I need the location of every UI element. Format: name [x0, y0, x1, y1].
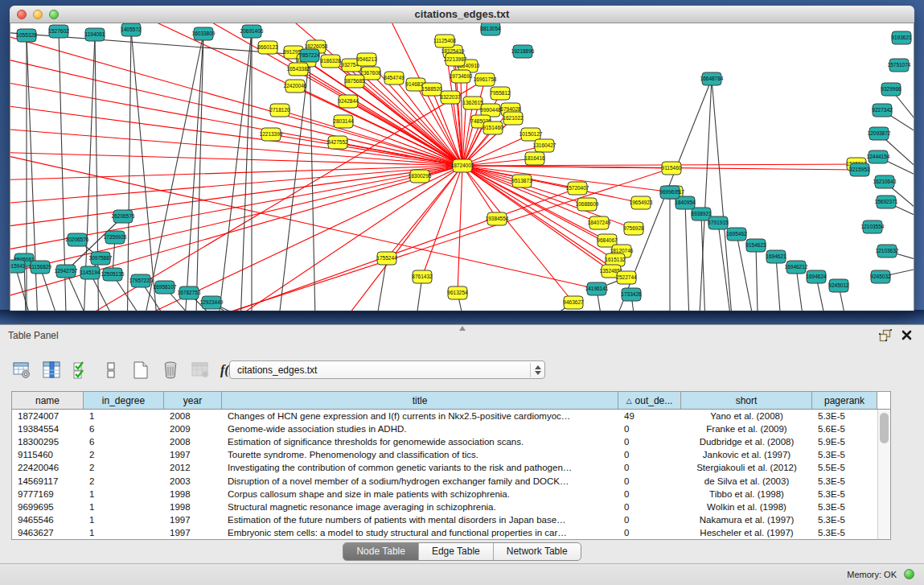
column-header-short[interactable]: short	[681, 392, 812, 409]
table-row[interactable]: 2242004622012Investigating the contribut…	[12, 461, 890, 474]
network-node[interactable]: 1694624	[806, 270, 827, 283]
cell-year[interactable]: 1997	[164, 528, 222, 538]
selected-node[interactable]: 9513873	[511, 175, 532, 187]
cell-in_degree[interactable]: 1	[84, 489, 164, 499]
edge[interactable]	[139, 34, 203, 311]
cell-name[interactable]: 9699695	[12, 502, 84, 512]
clear-row-selection-icon[interactable]	[101, 360, 121, 381]
table-row[interactable]: 946554611997Estimation of the future num…	[12, 513, 890, 526]
cell-short[interactable]: Franke et al. (2009)	[681, 424, 812, 434]
network-node[interactable]: 1694621	[766, 250, 786, 263]
selected-edge[interactable]	[139, 188, 577, 311]
selected-node[interactable]: 19384554	[486, 212, 509, 225]
cell-name[interactable]: 18724007	[12, 411, 84, 421]
network-node[interactable]: 19218896	[511, 45, 535, 58]
network-node[interactable]: 12103632	[876, 245, 899, 257]
table-select-dropdown[interactable]: citations_edges.txt	[229, 360, 545, 379]
table-row[interactable]: 1456911722003Disruption of a novel membe…	[12, 474, 890, 487]
delete-table-icon[interactable]	[190, 360, 211, 381]
network-node[interactable]: 1527602	[48, 25, 69, 38]
cell-in_degree[interactable]: 1	[84, 528, 164, 538]
table-row[interactable]: 1938455462009Genome-wide association stu…	[12, 422, 890, 435]
cell-short[interactable]: Tibbo et al. (1998)	[681, 489, 812, 499]
cell-out_degree[interactable]: 0	[618, 528, 681, 538]
select-column-icon[interactable]	[41, 360, 62, 381]
cell-out_degree[interactable]: 49	[618, 411, 681, 421]
cell-year[interactable]: 1998	[164, 489, 222, 499]
column-header-title[interactable]: title	[222, 392, 618, 409]
selected-edge[interactable]	[462, 166, 615, 260]
minimize-window-button[interactable]	[33, 10, 43, 19]
cell-year[interactable]: 1997	[164, 515, 222, 525]
edge[interactable]	[127, 30, 131, 311]
cell-pagerank[interactable]: 5.3E-5	[812, 528, 877, 538]
cell-pagerank[interactable]: 5.3E-5	[812, 489, 877, 499]
network-node[interactable]: 17359928	[104, 231, 127, 244]
edge[interactable]	[891, 89, 914, 144]
float-window-icon[interactable]	[879, 329, 892, 342]
selected-node[interactable]: 7955812	[490, 87, 511, 100]
network-node[interactable]: 9193621	[891, 31, 912, 44]
cell-name[interactable]: 22420046	[12, 463, 84, 472]
cell-pagerank[interactable]: 5.6E-5	[812, 424, 877, 434]
network-node[interactable]: 6791915	[708, 216, 729, 229]
network-node[interactable]: 12923449	[200, 296, 224, 309]
cell-short[interactable]: de Silva et al. (2003)	[681, 476, 812, 486]
selected-node[interactable]: 3875685	[344, 75, 365, 88]
network-node[interactable]: 3915941	[10, 260, 26, 273]
table-settings-icon[interactable]	[11, 360, 32, 381]
edge[interactable]	[685, 203, 690, 311]
network-node[interactable]: 1405572	[121, 23, 142, 36]
cell-title[interactable]: Tourette syndrome. Phenomenology and cla…	[222, 450, 618, 459]
network-node[interactable]: 1194061	[85, 28, 105, 41]
network-node[interactable]: 1145194	[80, 266, 101, 279]
cell-out_degree[interactable]: 0	[618, 489, 681, 499]
cell-in_degree[interactable]: 2	[84, 450, 164, 459]
network-node[interactable]: 9245032	[870, 270, 891, 283]
selected-node[interactable]: 9151460	[483, 122, 503, 134]
network-node[interactable]: 11156829	[29, 261, 51, 274]
selected-node[interactable]: 22420046	[284, 80, 307, 93]
network-node[interactable]: 12505135	[101, 268, 125, 281]
network-node[interactable]: 16210643	[873, 175, 897, 188]
network-node[interactable]: 16648784	[700, 72, 724, 85]
selected-edge[interactable]	[462, 164, 856, 166]
network-node[interactable]: 8813054	[480, 23, 501, 35]
cell-title[interactable]: Corpus callosum shape and size in male p…	[222, 489, 618, 499]
selected-node[interactable]: 13160427	[533, 139, 556, 152]
selected-node[interactable]: 1588520	[421, 83, 442, 96]
network-node[interactable]: 15692371	[875, 196, 898, 208]
cell-title[interactable]: Disruption of a novel member of a sodium…	[222, 476, 618, 486]
selected-node[interactable]: 9613254	[447, 286, 468, 299]
edge[interactable]	[183, 34, 203, 311]
selected-node[interactable]: 2718120	[269, 104, 290, 117]
selected-edge[interactable]	[462, 134, 531, 166]
network-node[interactable]: 9245012	[828, 279, 849, 292]
cell-pagerank[interactable]: 5.5E-5	[812, 463, 877, 472]
selected-node[interactable]: 19734693	[450, 70, 473, 83]
cell-out_degree[interactable]: 0	[618, 463, 681, 472]
cell-title[interactable]: Embryonic stem cells: a model to study s…	[222, 528, 618, 538]
selected-node[interactable]: 12213399	[260, 128, 283, 141]
selected-node[interactable]: 9463627	[563, 296, 584, 309]
table-row[interactable]: 911546021997Tourette syndrome. Phenomeno…	[12, 448, 890, 461]
table-row[interactable]: 977716911998Corpus callosum shape and si…	[12, 488, 890, 501]
selected-node[interactable]: 18407249	[588, 216, 611, 229]
network-node[interactable]: 26206576	[112, 210, 135, 223]
network-node[interactable]: 1055328	[16, 29, 37, 42]
cell-short[interactable]: Yano et al. (2008)	[681, 411, 812, 421]
tab-edge-table[interactable]: Edge Table	[419, 543, 494, 560]
cell-name[interactable]: 9115460	[12, 450, 84, 459]
cell-in_degree[interactable]: 2	[84, 476, 164, 486]
edge[interactable]	[698, 79, 712, 311]
cell-out_degree[interactable]: 0	[618, 450, 681, 459]
selected-node[interactable]: 12213987	[444, 53, 467, 66]
cell-in_degree[interactable]: 2	[84, 463, 164, 472]
cell-name[interactable]: 19384554	[12, 424, 84, 434]
selected-node[interactable]: 9242844	[338, 95, 359, 108]
cell-year[interactable]: 2008	[164, 411, 222, 421]
tab-network-table[interactable]: Network Table	[494, 543, 581, 560]
selected-node[interactable]: 10688609	[576, 198, 599, 211]
column-header-name[interactable]: name	[12, 392, 84, 409]
cell-year[interactable]: 1998	[164, 502, 222, 512]
